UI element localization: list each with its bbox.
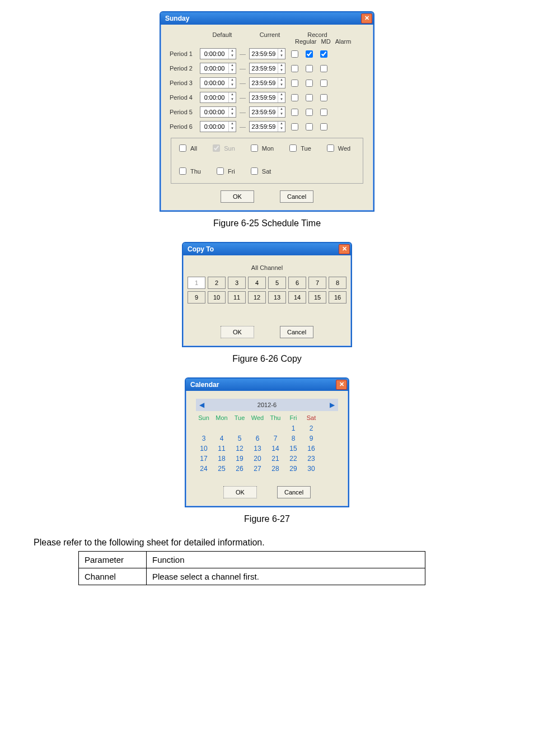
day-7[interactable]: 7 — [268, 435, 283, 442]
day-8[interactable]: 8 — [285, 435, 301, 442]
channel-9[interactable]: 9 — [188, 291, 205, 304]
time-input[interactable] — [250, 63, 278, 73]
time-to-spinner[interactable]: ▲▼ — [249, 121, 285, 132]
ok-button[interactable]: OK — [223, 486, 257, 498]
spin-up-icon[interactable]: ▲ — [229, 107, 236, 112]
day-1[interactable]: 1 — [285, 424, 301, 432]
day-11[interactable]: 11 — [214, 445, 229, 452]
day-9[interactable]: 9 — [303, 435, 319, 442]
day-27[interactable]: 27 — [250, 465, 265, 473]
time-from-spinner[interactable]: ▲▼ — [200, 63, 236, 74]
cb-alarm[interactable] — [320, 94, 327, 101]
day-29[interactable]: 29 — [285, 465, 301, 473]
time-from-spinner[interactable]: ▲▼ — [200, 106, 236, 118]
day-3[interactable]: 3 — [196, 435, 212, 442]
time-input[interactable] — [250, 78, 278, 88]
channel-3[interactable]: 3 — [228, 277, 246, 289]
spin-up-icon[interactable]: ▲ — [278, 63, 285, 68]
time-from-spinner[interactable]: ▲▼ — [200, 92, 236, 103]
channel-2[interactable]: 2 — [208, 277, 226, 289]
day-12[interactable]: 12 — [232, 445, 247, 452]
cb-md[interactable] — [306, 50, 313, 58]
spin-down-icon[interactable]: ▼ — [278, 83, 285, 88]
day-13[interactable]: 13 — [250, 445, 265, 452]
cb-regular[interactable] — [291, 50, 298, 58]
day-16[interactable]: 16 — [303, 445, 319, 452]
day-5[interactable]: 5 — [232, 435, 247, 442]
time-input[interactable] — [200, 63, 228, 73]
channel-6[interactable]: 6 — [288, 277, 306, 289]
cancel-button[interactable]: Cancel — [280, 190, 313, 203]
day-24[interactable]: 24 — [196, 465, 212, 473]
spin-down-icon[interactable]: ▼ — [278, 97, 285, 102]
spin-down-icon[interactable]: ▼ — [229, 97, 236, 102]
day-6[interactable]: 6 — [250, 435, 265, 442]
cb-thu[interactable]: Thu — [177, 166, 201, 176]
time-to-spinner[interactable]: ▲▼ — [249, 48, 285, 59]
channel-7[interactable]: 7 — [308, 277, 326, 289]
day-15[interactable]: 15 — [285, 445, 301, 452]
day-18[interactable]: 18 — [214, 455, 229, 463]
time-to-spinner[interactable]: ▲▼ — [249, 106, 285, 118]
cb-sun[interactable]: Sun — [210, 143, 235, 153]
spin-up-icon[interactable]: ▲ — [229, 63, 236, 68]
time-input[interactable] — [250, 49, 278, 59]
time-to-spinner[interactable]: ▲▼ — [249, 77, 285, 88]
spin-up-icon[interactable]: ▲ — [278, 122, 285, 127]
time-to-spinner[interactable]: ▲▼ — [249, 63, 285, 74]
day-22[interactable]: 22 — [285, 455, 301, 463]
spin-down-icon[interactable]: ▼ — [229, 83, 236, 88]
cb-mon[interactable]: Mon — [249, 143, 274, 153]
day-4[interactable]: 4 — [214, 435, 229, 442]
next-month-icon[interactable]: ▶ — [330, 401, 335, 409]
spin-up-icon[interactable]: ▲ — [229, 92, 236, 97]
time-from-spinner[interactable]: ▲▼ — [200, 121, 236, 132]
time-input[interactable] — [200, 122, 228, 132]
cb-fri[interactable]: Fri — [214, 166, 235, 176]
channel-13[interactable]: 13 — [268, 291, 286, 304]
spin-down-icon[interactable]: ▼ — [229, 68, 236, 73]
day-14[interactable]: 14 — [268, 445, 283, 452]
channel-10[interactable]: 10 — [208, 291, 226, 304]
cb-alarm[interactable] — [320, 109, 327, 116]
day-30[interactable]: 30 — [303, 465, 319, 473]
channel-1[interactable]: 1 — [188, 277, 205, 289]
cb-alarm[interactable] — [320, 65, 327, 72]
day-21[interactable]: 21 — [268, 455, 283, 463]
cb-alarm[interactable] — [320, 80, 327, 87]
day-28[interactable]: 28 — [268, 465, 283, 473]
spin-down-icon[interactable]: ▼ — [229, 54, 236, 59]
channel-15[interactable]: 15 — [308, 291, 326, 304]
prev-month-icon[interactable]: ◀ — [199, 401, 204, 409]
close-icon[interactable]: ✕ — [361, 13, 372, 24]
channel-12[interactable]: 12 — [248, 291, 266, 304]
cb-sat[interactable]: Sat — [249, 166, 271, 176]
spin-down-icon[interactable]: ▼ — [278, 54, 285, 59]
day-19[interactable]: 19 — [232, 455, 247, 463]
time-input[interactable] — [250, 122, 278, 132]
close-icon[interactable]: ✕ — [339, 244, 350, 254]
ok-button[interactable]: OK — [221, 190, 254, 203]
cb-regular[interactable] — [291, 80, 298, 87]
day-20[interactable]: 20 — [250, 455, 265, 463]
channel-11[interactable]: 11 — [228, 291, 246, 304]
cb-md[interactable] — [306, 109, 313, 116]
time-input[interactable] — [250, 92, 278, 102]
cb-alarm[interactable] — [320, 50, 327, 58]
cb-md[interactable] — [306, 123, 313, 130]
spin-up-icon[interactable]: ▲ — [229, 78, 236, 83]
cb-regular[interactable] — [291, 94, 298, 101]
time-input[interactable] — [200, 92, 228, 102]
time-input[interactable] — [200, 49, 228, 59]
time-from-spinner[interactable]: ▲▼ — [200, 77, 236, 88]
channel-5[interactable]: 5 — [268, 277, 286, 289]
spin-up-icon[interactable]: ▲ — [278, 107, 285, 112]
cb-wed[interactable]: Wed — [325, 143, 350, 153]
day-26[interactable]: 26 — [232, 465, 247, 473]
time-input[interactable] — [200, 78, 228, 88]
spin-down-icon[interactable]: ▼ — [278, 127, 285, 132]
cb-regular[interactable] — [291, 109, 298, 116]
time-input[interactable] — [250, 107, 278, 117]
close-icon[interactable]: ✕ — [336, 380, 347, 390]
cb-regular[interactable] — [291, 123, 298, 130]
